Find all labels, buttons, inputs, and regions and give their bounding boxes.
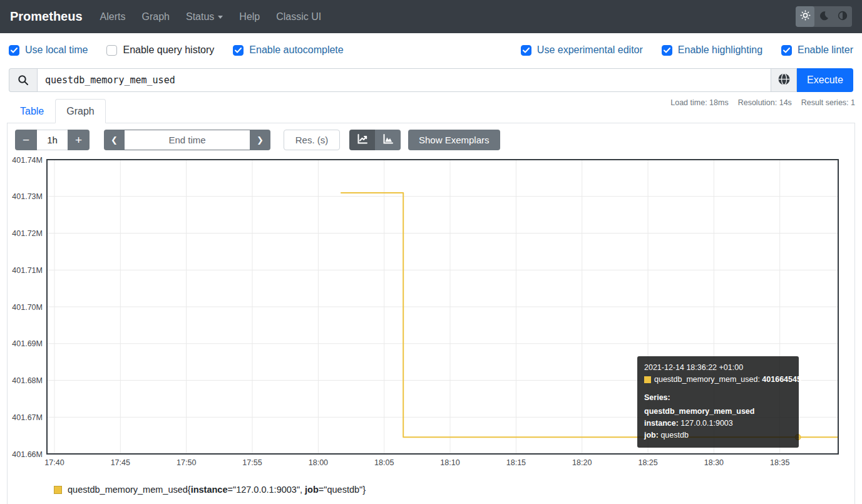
- tooltip-series-heading: Series:: [644, 392, 792, 404]
- nav-item-status[interactable]: Status: [186, 11, 223, 23]
- theme-dark-button[interactable]: [814, 6, 833, 27]
- end-time-input[interactable]: [125, 130, 250, 150]
- checkbox-enable-query-history[interactable]: Enable query history: [106, 44, 214, 56]
- sun-icon: [800, 10, 811, 23]
- nav-item-help[interactable]: Help: [239, 11, 260, 23]
- search-icon: [9, 68, 37, 92]
- area-chart-icon: [382, 133, 394, 147]
- resolution-control: [284, 130, 340, 150]
- resolution: Resolution: 14s: [738, 98, 792, 107]
- checkbox-icon: [662, 45, 672, 56]
- chevron-down-icon: [218, 16, 223, 19]
- time-back-button[interactable]: ❮: [104, 130, 125, 150]
- checkbox-enable-highlighting[interactable]: Enable highlighting: [662, 44, 762, 56]
- tooltip-metric-line: questdb_memory_mem_used: 401664545: [644, 374, 792, 386]
- tooltip-timestamp: 2021-12-14 18:36:22 +01:00: [644, 362, 792, 374]
- series-color-swatch: [644, 376, 651, 383]
- metrics-explorer-button[interactable]: [771, 68, 797, 92]
- checkbox-icon: [233, 45, 244, 56]
- range-control: − +: [15, 130, 90, 150]
- navbar: Prometheus Alerts Graph Status Help Clas…: [0, 0, 862, 33]
- range-increase-button[interactable]: +: [68, 130, 90, 150]
- globe-icon: [777, 73, 791, 88]
- range-decrease-button[interactable]: −: [15, 130, 37, 150]
- tab-table[interactable]: Table: [9, 99, 55, 123]
- theme-toggle-group: [796, 6, 852, 27]
- prometheus-app: Prometheus Alerts Graph Status Help Clas…: [0, 0, 862, 504]
- nav-links: Alerts Graph Status Help Classic UI: [100, 11, 322, 23]
- show-exemplars-button[interactable]: Show Exemplars: [408, 130, 500, 150]
- nav-item-alerts[interactable]: Alerts: [100, 11, 126, 23]
- nav-item-classic-ui[interactable]: Classic UI: [276, 11, 321, 23]
- checkbox-use-experimental-editor[interactable]: Use experimental editor: [521, 44, 643, 56]
- result-series: Result series: 1: [801, 98, 855, 107]
- area-chart-toggle-button[interactable]: [375, 130, 401, 150]
- chart-legend[interactable]: questdb_memory_mem_used{instance="127.0.…: [54, 485, 366, 495]
- nav-item-graph[interactable]: Graph: [142, 11, 170, 23]
- checkbox-enable-linter[interactable]: Enable linter: [781, 44, 853, 56]
- tooltip-value: 401664545: [762, 375, 801, 384]
- resolution-input[interactable]: [284, 130, 340, 150]
- tooltip-instance-line: instance: 127.0.0.1:9003: [644, 418, 792, 429]
- series-color-swatch: [54, 486, 62, 494]
- line-chart-toggle-button[interactable]: [349, 130, 375, 150]
- checkbox-icon: [781, 45, 792, 56]
- tooltip-series-name: questdb_memory_mem_used: [644, 406, 792, 418]
- line-chart-icon: [356, 133, 369, 147]
- query-bar: Execute: [9, 68, 853, 92]
- options-row: Use local time Enable query history Enab…: [9, 41, 853, 59]
- moon-icon: [819, 11, 829, 23]
- chart-tooltip: 2021-12-14 18:36:22 +01:00 questdb_memor…: [637, 356, 799, 448]
- graph-controls: − + ❮ ❯ Show Exemplars: [0, 130, 862, 150]
- checkbox-icon: [521, 45, 531, 56]
- options-left: Use local time Enable query history Enab…: [9, 44, 344, 56]
- execute-button[interactable]: Execute: [797, 68, 853, 92]
- range-input[interactable]: [37, 130, 68, 150]
- contrast-icon: [838, 11, 848, 23]
- time-forward-button[interactable]: ❯: [250, 130, 270, 150]
- view-tabs: Table Graph: [9, 99, 106, 123]
- end-time-control: ❮ ❯: [104, 130, 270, 150]
- theme-light-button[interactable]: [796, 6, 814, 27]
- theme-auto-button[interactable]: [833, 6, 852, 27]
- checkbox-icon: [9, 45, 19, 56]
- chart-type-toggle: [349, 130, 401, 150]
- app-brand[interactable]: Prometheus: [10, 9, 83, 24]
- legend-label: questdb_memory_mem_used{instance="127.0.…: [68, 485, 366, 495]
- checkbox-use-local-time[interactable]: Use local time: [9, 44, 88, 56]
- tab-graph[interactable]: Graph: [55, 99, 105, 123]
- checkbox-icon: [106, 45, 117, 56]
- query-stats: Load time: 18ms Resolution: 14s Result s…: [670, 98, 855, 107]
- query-input[interactable]: [37, 68, 771, 92]
- load-time: Load time: 18ms: [670, 98, 728, 107]
- exemplars-control: Show Exemplars: [408, 130, 500, 150]
- tooltip-job-line: job: questdb: [644, 429, 792, 441]
- options-right: Use experimental editor Enable highlight…: [521, 44, 853, 56]
- checkbox-enable-autocomplete[interactable]: Enable autocomplete: [233, 44, 343, 56]
